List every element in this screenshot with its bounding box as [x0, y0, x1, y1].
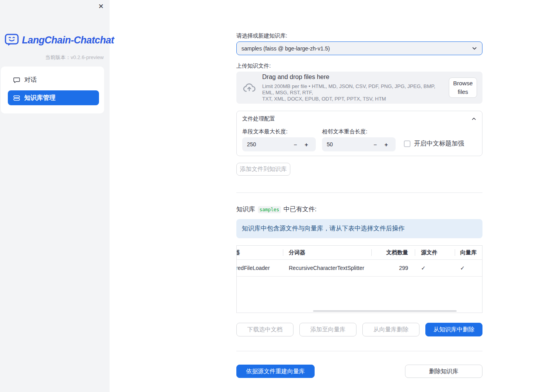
chunk-size-decrement-button[interactable]: − — [290, 141, 301, 148]
chunk-size-increment-button[interactable]: + — [301, 141, 312, 148]
main-content: 请选择或新建知识库: samples (faiss @ bge-large-zh… — [236, 0, 482, 392]
divider — [236, 192, 482, 193]
kb-select-label: 请选择或新建知识库: — [236, 32, 287, 40]
cell-loader: UnstructuredFileLoader — [237, 260, 283, 276]
file-dropzone[interactable]: Drag and drop files here Limit 200MB per… — [236, 72, 482, 104]
browse-files-button[interactable]: Browse files — [449, 77, 477, 98]
column-header-doc-count[interactable]: 文档数量 — [371, 246, 415, 259]
overlap-size-label: 相邻文本重合长度: — [322, 128, 367, 135]
app-screen: ✕ LangChain-Chatchat 当前版本：v0.2.6-preview… — [0, 0, 540, 392]
delete-from-kb-button[interactable]: 从知识库中删除 — [425, 323, 482, 336]
chevron-up-icon — [471, 116, 477, 122]
list-icon — [13, 95, 20, 101]
add-files-to-kb-button[interactable]: 添加文件到知识库 — [236, 163, 290, 176]
version-info: 当前版本：v0.2.6-preview — [45, 54, 104, 61]
dropzone-limit-line1: Limit 200MB per file • HTML, MD, JSON, C… — [262, 83, 445, 96]
overlap-size-value: 50 — [327, 141, 370, 147]
app-logo: LangChain-Chatchat — [5, 34, 114, 46]
zh-title-enhance-checkbox-row[interactable]: 开启中文标题加强 — [404, 140, 464, 148]
cloud-upload-icon — [243, 82, 256, 94]
file-actions-row: 下载选中文档 添加至向量库 从向量库删除 从知识库中删除 — [236, 323, 482, 336]
zh-title-enhance-label: 开启中文标题加强 — [414, 140, 464, 148]
column-header-source-file[interactable]: 源文件 — [415, 246, 455, 259]
kb-name-code: samples — [258, 206, 281, 213]
rebuild-vector-store-button[interactable]: 依据源文件重建向量库 — [236, 365, 315, 378]
file-config-expander-header[interactable]: 文件处理配置 — [237, 111, 482, 127]
column-header-text: 分词器 — [289, 249, 305, 256]
info-alert: 知识库中包含源文件与向量库，请从下表中选择文件后操作 — [236, 219, 482, 238]
dropzone-title: Drag and drop files here — [262, 74, 445, 81]
cell-loader-text: UnstructuredFileLoader — [237, 265, 270, 271]
version-label: 当前版本： — [45, 54, 70, 60]
dropzone-texts: Drag and drop files here Limit 200MB per… — [262, 74, 449, 102]
column-header-splitter[interactable]: 分词器 — [283, 246, 371, 259]
cell-source-check: ✓ — [415, 260, 455, 276]
column-header-loader-text: 文档加载器 — [237, 249, 240, 256]
cell-text: RecursiveCharacterTextSplitter — [289, 265, 364, 271]
upload-label: 上传知识文件: — [236, 63, 271, 70]
dropzone-limit-line2: TXT, XML, DOCX, EPUB, ODT, PPT, PPTX, TS… — [262, 96, 445, 102]
delete-kb-button[interactable]: 删除知识库 — [405, 365, 482, 378]
chatchat-logo-icon — [5, 34, 19, 46]
column-divider — [371, 249, 372, 256]
divider — [236, 351, 482, 351]
kb-select-value: samples (faiss @ bge-large-zh-v1.5) — [241, 45, 472, 52]
horizontal-scrollbar[interactable] — [313, 310, 457, 312]
sidebar-menu: 对话 知识库管理 — [1, 67, 104, 113]
table-row[interactable]: UnstructuredFileLoader RecursiveCharacte… — [237, 260, 482, 276]
column-header-text: 文档数量 — [386, 249, 408, 256]
download-selected-button[interactable]: 下载选中文档 — [236, 323, 293, 336]
version-value: v0.2.6-preview — [70, 54, 104, 60]
chunk-size-input[interactable]: 250 − + — [242, 137, 316, 151]
column-header-text: 向量库 — [460, 249, 477, 256]
info-alert-text: 知识库中包含源文件与向量库，请从下表中选择文件后操作 — [242, 225, 405, 233]
table-divider — [237, 276, 482, 277]
checkmark: ✓ — [460, 265, 465, 271]
table-header-row: 文档加载器 分词器 文档数量 源文件 向量库 — [237, 246, 482, 259]
kb-files-table[interactable]: 文档加载器 分词器 文档数量 源文件 向量库 UnstructuredFileL… — [236, 245, 482, 313]
sidebar: ✕ LangChain-Chatchat 当前版本：v0.2.6-preview… — [0, 0, 110, 392]
file-config-expander: 文件处理配置 单段文本最大长度: 250 − + 相邻文本重合长度: 50 − … — [236, 111, 482, 156]
column-divider — [283, 249, 283, 256]
chat-bubble-icon — [13, 77, 20, 83]
checkmark: ✓ — [421, 265, 426, 271]
sidebar-item-knowledge-base[interactable]: 知识库管理 — [8, 90, 99, 105]
delete-from-vector-store-button[interactable]: 从向量库删除 — [362, 323, 419, 336]
overlap-size-increment-button[interactable]: + — [381, 141, 392, 148]
chunk-size-label: 单段文本最大长度: — [242, 128, 288, 135]
chevron-down-icon — [472, 45, 477, 51]
overlap-size-input[interactable]: 50 − + — [322, 137, 396, 151]
column-header-text: 源文件 — [421, 249, 437, 256]
sidebar-item-label: 对话 — [24, 76, 37, 84]
sidebar-item-dialogue[interactable]: 对话 — [8, 72, 99, 87]
overlap-size-decrement-button[interactable]: − — [370, 141, 381, 148]
column-header-vector-store[interactable]: 向量库 — [455, 246, 482, 259]
sidebar-close-icon[interactable]: ✕ — [96, 2, 106, 11]
column-divider — [415, 249, 415, 256]
sidebar-item-label: 知识库管理 — [24, 94, 56, 102]
cell-doc-count: 299 — [371, 260, 415, 276]
cell-splitter: RecursiveCharacterTextSplitter — [283, 260, 371, 276]
kb-select-dropdown[interactable]: samples (faiss @ bge-large-zh-v1.5) — [236, 41, 482, 55]
kb-files-prefix: 知识库 — [236, 205, 255, 214]
kb-files-heading: 知识库 samples 中已有文件: — [236, 205, 317, 214]
kb-files-suffix: 中已有文件: — [284, 205, 317, 214]
chunk-size-value: 250 — [247, 141, 290, 147]
column-header-loader[interactable]: 文档加载器 — [237, 246, 283, 259]
cell-text: 299 — [399, 265, 408, 271]
app-logo-text: LangChain-Chatchat — [22, 34, 114, 46]
add-to-vector-store-button[interactable]: 添加至向量库 — [299, 323, 356, 336]
cell-vector-check: ✓ — [455, 260, 482, 276]
file-config-title: 文件处理配置 — [242, 115, 471, 122]
zh-title-enhance-checkbox[interactable] — [404, 140, 410, 147]
column-divider — [455, 249, 455, 256]
